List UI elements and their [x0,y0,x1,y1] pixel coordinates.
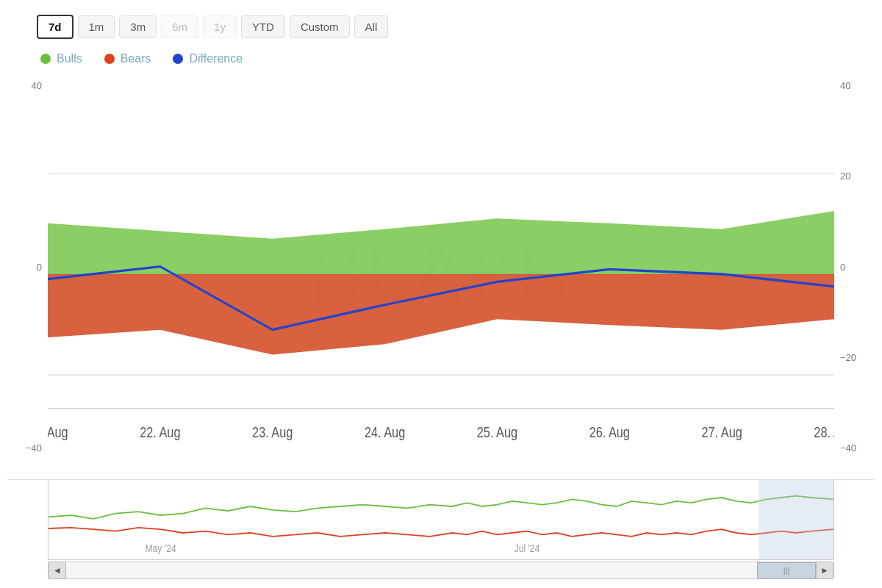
svg-text:26. Aug: 26. Aug [589,423,630,440]
time-btn-6m: 6m [161,15,198,38]
main-chart-svg: BEARS [48,73,834,476]
time-btn-custom[interactable]: Custom [290,15,350,38]
scroll-right-button[interactable]: ► [816,562,833,579]
svg-text:Jul '24: Jul '24 [514,542,540,554]
y-label-neg40: −40 [26,442,42,453]
scrollbar-track: ◄ ||| ► [48,562,834,579]
svg-text:23. Aug: 23. Aug [252,423,293,440]
bulls-dot [40,54,51,64]
y-right-0: 0 [840,262,845,273]
time-btn-1y: 1y [203,15,237,38]
svg-text:25. Aug: 25. Aug [477,423,517,440]
time-btn-3m[interactable]: 3m [119,15,157,38]
difference-label: Difference [189,52,243,65]
scroll-track-inner: ||| [66,562,816,578]
bears-area [48,274,834,355]
mini-bulls-line [49,496,833,519]
y-right-neg40: −40 [840,442,856,453]
legend-bears: Bears [104,52,151,65]
mini-selection-area [759,480,833,559]
scroll-thumb[interactable]: ||| [757,562,816,578]
svg-text:27. Aug: 27. Aug [702,423,742,440]
y-right-neg20: −20 [840,352,856,363]
main-chart-area: 40 0 −40 BEARS [7,73,875,476]
svg-text:28. Aug: 28. Aug [814,423,834,440]
chart-legend: Bulls Bears Difference [7,52,875,65]
y-right-20: 20 [840,171,850,182]
time-btn-all[interactable]: All [354,15,389,38]
bears-dot [104,54,115,64]
y-right-40: 40 [840,80,850,91]
svg-text:22. Aug: 22. Aug [140,423,180,440]
svg-text:May '24: May '24 [145,542,176,554]
legend-bulls: Bulls [40,52,82,65]
y-label-40: 40 [32,80,42,91]
mini-chart-container: May '24 Jul '24 [48,480,834,560]
scrollbar: ◄ ||| ► [7,560,875,581]
legend-difference: Difference [173,52,243,65]
y-axis-right: 40 20 0 −20 −40 [834,73,875,476]
mini-y-spacer-left [7,480,48,560]
scroll-left-button[interactable]: ◄ [49,562,66,579]
main-chart-svg-container: BEARS [48,73,834,476]
mini-y-spacer-right [834,480,875,560]
svg-text:24. Aug: 24. Aug [365,423,405,440]
mini-chart-svg: May '24 Jul '24 [49,480,833,559]
time-btn-7d[interactable]: 7d [37,15,74,39]
time-btn-1m[interactable]: 1m [78,15,115,38]
mini-chart-area: May '24 Jul '24 [7,479,875,560]
mini-bears-line [49,528,833,537]
time-btn-ytd[interactable]: YTD [241,15,285,38]
y-axis-left: 40 0 −40 [7,73,48,476]
bears-label: Bears [121,52,151,65]
bulls-area [48,211,834,274]
difference-dot [173,54,183,64]
svg-text:21. Aug: 21. Aug [48,423,68,440]
bulls-label: Bulls [57,52,82,65]
scroll-thumb-label: ||| [784,566,790,575]
time-range-selector: 7d 1m 3m 6m 1y YTD Custom All [7,15,875,39]
y-label-0: 0 [37,262,42,273]
